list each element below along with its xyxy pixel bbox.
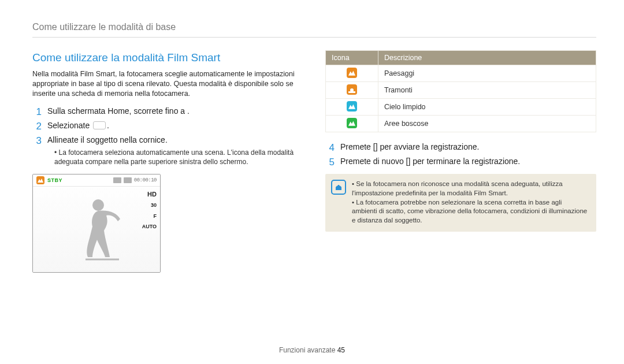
icon-table: Icona Descrizione Paesaggi bbox=[325, 50, 596, 132]
intro-text: Nella modalità Film Smart, la fotocamera… bbox=[32, 69, 303, 99]
skater-silhouette-icon bbox=[70, 195, 122, 264]
left-column: Come utilizzare la modalità Film Smart N… bbox=[32, 50, 303, 273]
step-text-label: Selezionate bbox=[47, 121, 90, 130]
sunset-icon bbox=[347, 84, 357, 95]
table-header-icon: Icona bbox=[326, 50, 378, 65]
breadcrumb: Come utilizzare le modalità di base bbox=[32, 21, 596, 38]
battery-icon bbox=[113, 177, 121, 183]
step-number: 5 bbox=[325, 156, 335, 168]
substep-list: La fotocamera seleziona automaticamente … bbox=[47, 146, 303, 166]
fps-badge: 30 bbox=[151, 202, 157, 209]
step-number: 1 bbox=[32, 106, 42, 118]
page-number: 45 bbox=[337, 346, 345, 354]
forest-icon bbox=[347, 118, 357, 128]
table-row: Tramonti bbox=[326, 82, 596, 99]
step-text: Allineate il soggetto nella cornice. La … bbox=[47, 135, 303, 166]
table-desc: Cielo limpido bbox=[378, 99, 596, 116]
step-text-label: Allineate il soggetto nella cornice. bbox=[47, 135, 168, 144]
steps-left: 1 Sulla schermata Home, scorrete fino a … bbox=[32, 106, 303, 167]
svg-point-0 bbox=[92, 199, 104, 211]
steps-right: 4 Premete [] per avviare la registrazion… bbox=[325, 142, 596, 169]
hd-badge: HD bbox=[147, 190, 157, 199]
step-number: 4 bbox=[325, 142, 335, 154]
camera-preview-frame: STBY 00:00:10 HD bbox=[32, 174, 161, 273]
aperture-badge: F bbox=[154, 213, 157, 220]
step-text: Premete [] per avviare la registrazione. bbox=[340, 142, 596, 154]
step-text: Premete di nuovo [] per terminare la reg… bbox=[340, 156, 596, 168]
step-text-suffix: . bbox=[107, 121, 109, 130]
table-desc: Paesaggi bbox=[378, 65, 596, 82]
note-item: La fotocamera potrebbe non selezionare l… bbox=[352, 198, 588, 225]
landscape-icon bbox=[347, 68, 357, 78]
table-header-desc: Descrizione bbox=[378, 50, 596, 65]
mountain-icon bbox=[36, 176, 44, 184]
stby-label: STBY bbox=[47, 177, 62, 184]
select-placeholder-icon bbox=[93, 121, 106, 129]
substep-item: La fotocamera seleziona automaticamente … bbox=[54, 148, 303, 166]
table-row: Aree boscose bbox=[326, 116, 596, 132]
mode-badge: AUTO bbox=[142, 223, 157, 230]
clear-sky-icon bbox=[347, 101, 357, 112]
step-number: 2 bbox=[32, 120, 42, 132]
right-column: Icona Descrizione Paesaggi bbox=[325, 50, 596, 273]
table-row: Cielo limpido bbox=[326, 99, 596, 116]
footer-section: Funzioni avanzate bbox=[279, 346, 335, 354]
table-desc: Tramonti bbox=[378, 82, 596, 99]
table-row: Paesaggi bbox=[326, 65, 596, 82]
step-text: Sulla schermata Home, scorrete fino a . bbox=[47, 106, 303, 118]
page-footer: Funzioni avanzate 45 bbox=[0, 346, 624, 355]
step-text: Selezionate . bbox=[47, 120, 303, 132]
camera-status-bar: STBY 00:00:10 bbox=[33, 174, 160, 187]
step-number: 3 bbox=[32, 135, 42, 166]
camera-preview: HD 30 F AUTO bbox=[33, 187, 160, 272]
timecode: 00:00:10 bbox=[134, 177, 157, 184]
card-icon bbox=[124, 177, 132, 183]
info-icon bbox=[331, 180, 346, 195]
note-item: Se la fotocamera non riconosce una modal… bbox=[352, 180, 588, 198]
svg-rect-2 bbox=[348, 91, 355, 93]
section-title: Come utilizzare la modalità Film Smart bbox=[32, 50, 303, 65]
info-note: Se la fotocamera non riconosce una modal… bbox=[325, 174, 596, 232]
table-desc: Aree boscose bbox=[378, 116, 596, 132]
